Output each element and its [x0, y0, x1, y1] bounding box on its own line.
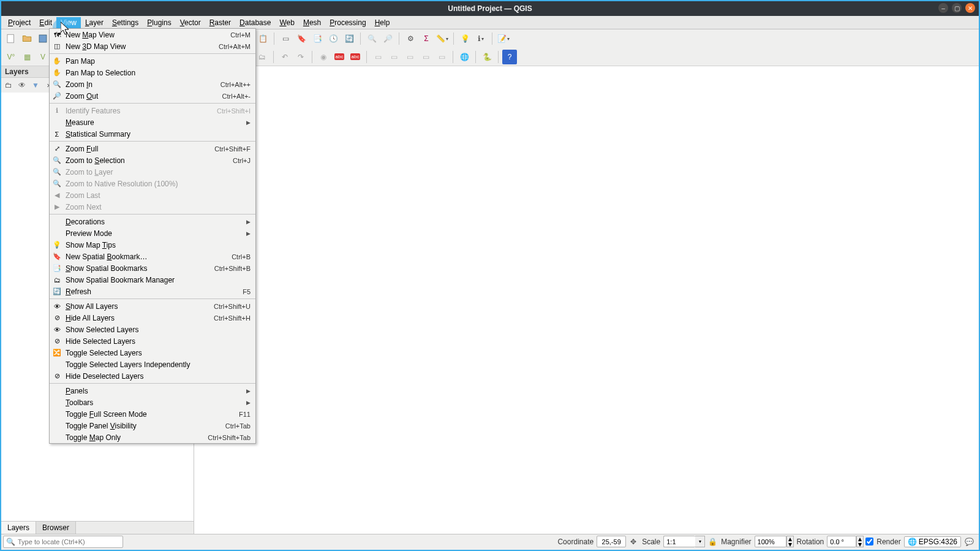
view-menu-show-all-layers[interactable]: 👁Show All LayersCtrl+Shift+U [50, 300, 255, 312]
coordinate-input[interactable] [597, 536, 626, 547]
locator-input[interactable] [18, 538, 120, 545]
magnifier-input[interactable] [755, 536, 786, 547]
menu-item-label: Hide Deselected Layers [66, 372, 251, 381]
menu-raster[interactable]: Raster [205, 17, 235, 28]
view-menu-hide-all-layers[interactable]: ⊘Hide All LayersCtrl+Shift+H [50, 312, 255, 324]
menu-processing[interactable]: Processing [325, 17, 370, 28]
view-menu-new-map-view[interactable]: 🗺New Map ViewCtrl+M [50, 29, 255, 40]
view-menu-new-3d-map-view[interactable]: ◫New 3D Map ViewCtrl+Alt+M [50, 40, 255, 52]
temporal-icon[interactable]: 🕓 [326, 31, 341, 46]
view-menu-show-map-tips[interactable]: 💡Show Map Tips [50, 239, 255, 251]
maximize-button[interactable]: ▢ [952, 3, 962, 13]
open-project-icon[interactable] [20, 31, 34, 46]
view-menu-new-spatial-bookmark[interactable]: 🔖New Spatial Bookmark…Ctrl+B [50, 251, 255, 262]
t2-icon[interactable]: ▭ [386, 50, 401, 64]
t1-icon[interactable]: ▭ [371, 50, 385, 64]
zoom-out-icon[interactable]: 🔎 [380, 31, 395, 46]
add-mesh-icon[interactable]: V [36, 50, 50, 64]
menu-view[interactable]: View [56, 17, 81, 28]
menu-mesh[interactable]: Mesh [299, 17, 325, 28]
menu-settings[interactable]: Settings [108, 17, 143, 28]
measure-icon[interactable]: 📏▾ [435, 31, 450, 46]
view-menu-show-spatial-bookmark-manager[interactable]: 🗂Show Spatial Bookmark Manager [50, 274, 255, 286]
t4-icon[interactable]: ▭ [418, 50, 433, 64]
menu-plugins[interactable]: Plugins [143, 17, 175, 28]
map-canvas[interactable] [194, 66, 979, 534]
view-menu-zoom-full[interactable]: ⤢Zoom FullCtrl+Shift+F [50, 143, 255, 154]
menu-layer[interactable]: Layer [81, 17, 108, 28]
view-menu-toggle-map-only[interactable]: Toggle Map OnlyCtrl+Shift+Tab [50, 431, 255, 443]
view-menu-refresh[interactable]: 🔄RefreshF5 [50, 286, 255, 297]
zoom-in-icon[interactable]: 🔍 [364, 31, 379, 46]
extents-toggle-icon[interactable]: ✥ [628, 536, 639, 547]
scale-input[interactable] [663, 536, 695, 547]
view-menu-show-selected-layers[interactable]: 👁Show Selected Layers [50, 324, 255, 335]
manage-themes-icon[interactable]: 👁 [16, 79, 28, 91]
view-menu-show-spatial-bookmarks[interactable]: 📑Show Spatial BookmarksCtrl+Shift+B [50, 262, 255, 274]
paste-icon[interactable]: 📋 [255, 31, 270, 46]
close-button[interactable]: ✕ [965, 3, 975, 13]
view-menu-toggle-selected-layers-independently[interactable]: Toggle Selected Layers Independently [50, 359, 255, 370]
view-menu-statistical-summary[interactable]: ΣStatistical Summary [50, 128, 255, 140]
magnifier-spinner[interactable]: ▴▾ [786, 536, 794, 547]
map-tips-icon[interactable]: 💡 [458, 31, 472, 46]
view-menu-toolbars[interactable]: Toolbars▶ [50, 397, 255, 408]
python-console-icon[interactable]: 🐍 [480, 50, 494, 64]
menu-vector[interactable]: Vector [176, 17, 205, 28]
t5-icon[interactable]: ▭ [434, 50, 449, 64]
locator-bar[interactable]: 🔍 [3, 536, 123, 548]
add-group-icon[interactable]: 🗀 [2, 79, 15, 91]
view-menu-zoom-out[interactable]: 🔎Zoom OutCtrl+Alt+- [50, 90, 255, 102]
tab-layers[interactable]: Layers [1, 522, 36, 534]
annotation-icon[interactable]: 📝▾ [496, 31, 511, 46]
add-raster-icon[interactable]: ▦ [20, 50, 34, 64]
digitize-icon[interactable]: ◉ [316, 50, 331, 64]
view-menu-toggle-panel-visibility[interactable]: Toggle Panel VisibilityCtrl+Tab [50, 420, 255, 431]
view-menu-measure[interactable]: Measure▶ [50, 116, 255, 128]
filter-legend-icon[interactable]: ▼ [29, 79, 42, 91]
redo-icon[interactable]: ↷ [293, 50, 308, 64]
select-features-icon[interactable]: ▭ [278, 31, 293, 46]
menu-web[interactable]: Web [275, 17, 298, 28]
help-icon[interactable]: ? [502, 50, 517, 64]
new-bookmark-icon[interactable]: 🔖 [294, 31, 309, 46]
save-project-icon[interactable] [36, 31, 50, 46]
add-vector-icon[interactable]: V° [4, 50, 18, 64]
scale-dropdown-icon[interactable]: ▾ [695, 536, 705, 547]
rotation-input[interactable] [827, 536, 856, 547]
label-red-icon[interactable]: abc [332, 50, 347, 64]
menu-project[interactable]: Project [4, 17, 35, 28]
processing-toolbox-icon[interactable]: ⚙ [403, 31, 418, 46]
minimize-button[interactable]: – [938, 3, 948, 13]
view-menu-pan-map-to-selection[interactable]: ✋Pan Map to Selection [50, 67, 255, 78]
view-menu-toggle-selected-layers[interactable]: 🔀Toggle Selected Layers [50, 347, 255, 359]
view-menu-zoom-in[interactable]: 🔍Zoom InCtrl+Alt++ [50, 78, 255, 90]
identify-icon[interactable]: ℹ▾ [473, 31, 488, 46]
view-menu-pan-map[interactable]: ✋Pan Map [50, 55, 255, 67]
metasearch-icon[interactable]: 🌐 [457, 50, 472, 64]
view-menu-toggle-full-screen-mode[interactable]: Toggle Full Screen ModeF11 [50, 408, 255, 420]
crs-button[interactable]: 🌐 EPSG:4326 [904, 536, 961, 547]
view-menu-decorations[interactable]: Decorations▶ [50, 216, 255, 227]
new-project-icon[interactable] [4, 31, 18, 46]
menu-edit[interactable]: Edit [35, 17, 56, 28]
lock-scale-icon[interactable]: 🔒 [707, 536, 718, 547]
tab-browser[interactable]: Browser [36, 522, 76, 534]
layer-styling-icon[interactable]: 🗂 [255, 50, 270, 64]
menu-help[interactable]: Help [371, 17, 394, 28]
rotation-spinner[interactable]: ▴▾ [856, 536, 864, 547]
label-red2-icon[interactable]: abc [348, 50, 363, 64]
refresh-icon[interactable]: 🔄 [342, 31, 356, 46]
t3-icon[interactable]: ▭ [402, 50, 417, 64]
menu-database[interactable]: Database [235, 17, 275, 28]
view-menu-hide-selected-layers[interactable]: ⊘Hide Selected Layers [50, 335, 255, 347]
show-bookmarks-icon[interactable]: 📑 [310, 31, 325, 46]
stats-icon[interactable]: Σ [419, 31, 434, 46]
undo-icon[interactable]: ↶ [277, 50, 292, 64]
messages-icon[interactable]: 💬 [963, 536, 975, 548]
view-menu-preview-mode[interactable]: Preview Mode▶ [50, 227, 255, 239]
view-menu-panels[interactable]: Panels▶ [50, 385, 255, 397]
view-menu-zoom-to-selection[interactable]: 🔍Zoom to SelectionCtrl+J [50, 154, 255, 166]
view-menu-hide-deselected-layers[interactable]: ⊘Hide Deselected Layers [50, 370, 255, 382]
render-checkbox[interactable] [865, 538, 873, 545]
